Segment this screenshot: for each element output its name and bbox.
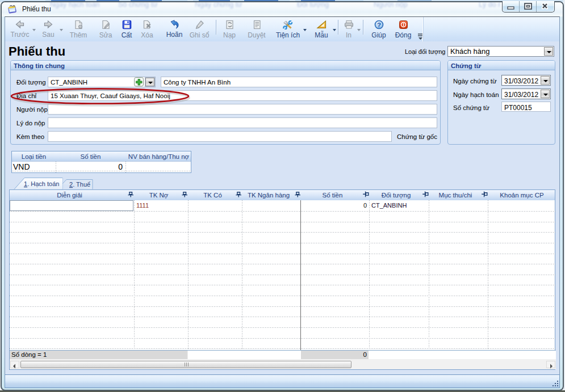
svg-text:1. Hạch toán: 1. Hạch toán [24,180,59,187]
svg-text:?: ? [376,22,380,28]
svg-text:2. Thuế: 2. Thuế [69,181,90,188]
